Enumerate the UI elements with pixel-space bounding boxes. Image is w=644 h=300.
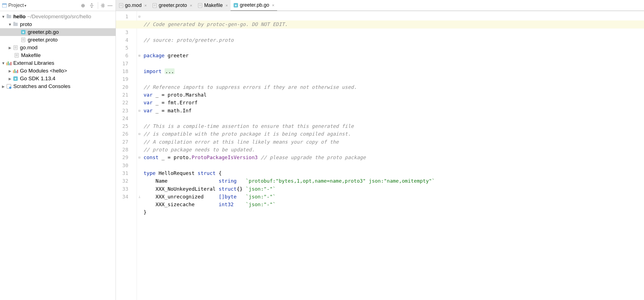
svg-rect-1 — [2, 4, 7, 4]
hide-panel-icon[interactable]: — — [107, 2, 113, 9]
close-icon[interactable]: × — [144, 3, 147, 8]
scratches-icon — [6, 84, 12, 89]
tree-file-makefile[interactable]: Makefile — [0, 51, 116, 59]
folder-icon — [6, 14, 12, 19]
file-icon — [198, 3, 203, 8]
tab-greeter-pb-go[interactable]: greeter.pb.go× — [231, 0, 277, 11]
svg-line-11 — [104, 4, 105, 4]
tree-external-libraries[interactable]: ▼External Libraries — [0, 59, 116, 67]
tree-scratches[interactable]: ▶Scratches and Consoles — [0, 82, 116, 90]
tree-go-modules[interactable]: ▶Go Modules <hello> — [0, 67, 116, 75]
code-content[interactable]: // Code generated by protoc-gen-go. DO N… — [142, 11, 644, 300]
tree-file-greeter-proto[interactable]: greeter.proto — [0, 36, 116, 44]
project-view-icon — [2, 3, 7, 8]
close-icon[interactable]: × — [226, 3, 228, 8]
go-file-icon — [21, 29, 26, 35]
tree-file-go-mod[interactable]: ▶go.mod — [0, 44, 116, 51]
close-icon[interactable]: × — [190, 3, 192, 8]
file-icon — [21, 37, 26, 43]
svg-point-3 — [102, 5, 104, 6]
settings-gear-icon[interactable] — [98, 2, 104, 9]
file-icon — [152, 3, 157, 8]
file-icon — [119, 3, 123, 8]
go-file-icon — [233, 3, 238, 7]
close-icon[interactable]: × — [272, 3, 275, 7]
project-sidebar: Project ▾ ⊕ — ▼hello~/Development/go/src… — [0, 0, 116, 300]
tree-folder-proto[interactable]: ▼proto — [0, 20, 116, 28]
collapse-all-icon[interactable] — [88, 2, 95, 9]
tab-go-mod[interactable]: go.mod× — [116, 0, 150, 11]
tree-file-greeter-pb-go[interactable]: greeter.pb.go — [0, 28, 116, 36]
svg-line-10 — [101, 6, 102, 7]
sidebar-header: Project ▾ ⊕ — — [0, 0, 116, 11]
fold-gutter[interactable]: ⊟ ⊞ ⊟ ⊟ ⊟ ⊥ — [137, 11, 142, 300]
library-icon — [6, 60, 12, 66]
svg-line-8 — [101, 4, 102, 4]
sidebar-title[interactable]: Project — [8, 2, 24, 8]
go-sdk-icon — [13, 76, 18, 81]
svg-line-9 — [104, 6, 105, 7]
project-tree: ▼hello~/Development/go/src/hello ▼proto … — [0, 11, 116, 300]
tab-makefile[interactable]: Makefile× — [195, 0, 231, 11]
tab-greeter-proto[interactable]: greeter.proto× — [150, 0, 195, 11]
tree-root-hello[interactable]: ▼hello~/Development/go/src/hello — [0, 13, 116, 20]
code-editor[interactable]: 1234561718192021222324252627282930313233… — [116, 11, 644, 300]
line-number-gutter: 1234561718192021222324252627282930313233… — [116, 11, 137, 300]
editor-tabs: go.mod× greeter.proto× Makefile× greeter… — [116, 0, 644, 11]
locate-target-icon[interactable]: ⊕ — [80, 2, 86, 9]
library-icon — [13, 68, 18, 74]
sidebar-dropdown-icon[interactable]: ▾ — [24, 3, 26, 8]
editor-pane: go.mod× greeter.proto× Makefile× greeter… — [116, 0, 644, 300]
file-icon — [14, 53, 19, 58]
tree-go-sdk[interactable]: ▶Go SDK 1.13.4 — [0, 75, 116, 82]
file-icon — [13, 45, 18, 50]
folder-icon — [13, 22, 18, 27]
